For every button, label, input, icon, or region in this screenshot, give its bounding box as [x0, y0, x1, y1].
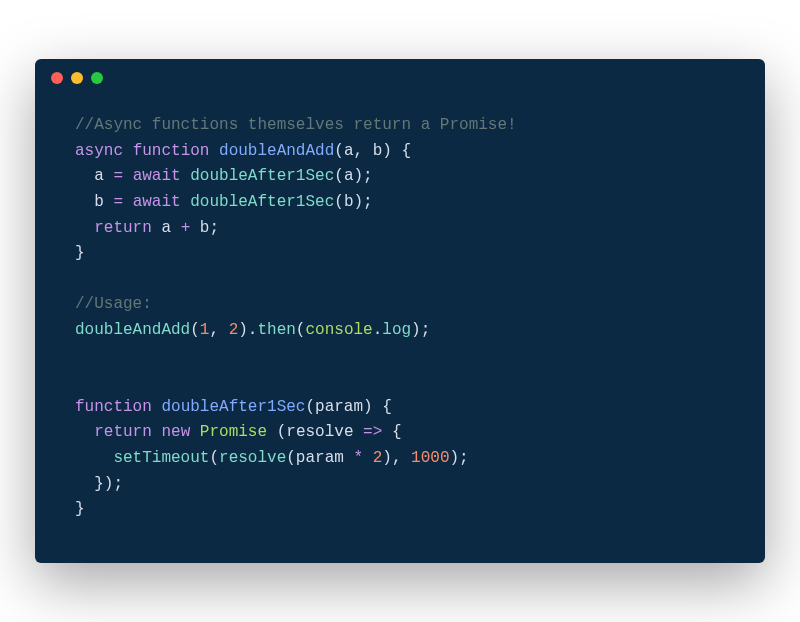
code-token [190, 423, 200, 441]
code-token: 2 [229, 321, 239, 339]
code-token: resolve [286, 423, 363, 441]
code-token [363, 449, 373, 467]
code-line [75, 369, 725, 395]
code-line: a = await doubleAfter1Sec(a); [75, 164, 725, 190]
code-token: resolve [219, 449, 286, 467]
code-line: }); [75, 472, 725, 498]
code-token [152, 398, 162, 416]
code-line: } [75, 497, 725, 523]
code-token [181, 167, 191, 185]
code-token: 1 [200, 321, 210, 339]
code-line: //Async functions themselves return a Pr… [75, 113, 725, 139]
code-token: async [75, 142, 123, 160]
code-token: } [75, 244, 85, 262]
code-token: ) { [382, 142, 411, 160]
code-token: ); [411, 321, 430, 339]
code-token [123, 193, 133, 211]
code-token: return [94, 219, 152, 237]
code-line: async function doubleAndAdd(a, b) { [75, 139, 725, 165]
code-token [75, 449, 113, 467]
code-token: function [133, 142, 210, 160]
code-token: , [353, 142, 372, 160]
code-token [75, 423, 94, 441]
code-token: b [190, 219, 209, 237]
code-token: //Usage: [75, 295, 152, 313]
code-token: log [382, 321, 411, 339]
code-line: return a + b; [75, 216, 725, 242]
code-token: ); [354, 193, 373, 211]
code-token: param [296, 449, 354, 467]
code-token: ); [450, 449, 469, 467]
minimize-icon[interactable] [71, 72, 83, 84]
code-token [181, 193, 191, 211]
code-token: b [344, 193, 354, 211]
code-token: ( [286, 449, 296, 467]
code-token: ( [277, 423, 287, 441]
code-line: //Usage: [75, 292, 725, 318]
code-token [209, 142, 219, 160]
code-window: //Async functions themselves return a Pr… [35, 59, 765, 563]
code-line: setTimeout(resolve(param * 2), 1000); [75, 446, 725, 472]
code-token: ), [382, 449, 411, 467]
code-token: doubleAndAdd [219, 142, 334, 160]
code-token: //Async functions themselves return a Pr… [75, 116, 517, 134]
code-token: 2 [373, 449, 383, 467]
code-token [75, 475, 94, 493]
code-token: ( [334, 193, 344, 211]
code-token [123, 142, 133, 160]
code-token: await [133, 193, 181, 211]
code-token: ( [305, 398, 315, 416]
code-token: await [133, 167, 181, 185]
code-token [267, 423, 277, 441]
code-token: Promise [200, 423, 267, 441]
code-token: = [113, 167, 123, 185]
code-token: doubleAfter1Sec [161, 398, 305, 416]
window-titlebar [35, 59, 765, 97]
code-token: then [257, 321, 295, 339]
code-token: function [75, 398, 152, 416]
code-line [75, 267, 725, 293]
code-token: param [315, 398, 363, 416]
code-token: return [94, 423, 152, 441]
code-token: . [373, 321, 383, 339]
code-token: b [373, 142, 383, 160]
code-token: + [181, 219, 191, 237]
code-line: b = await doubleAfter1Sec(b); [75, 190, 725, 216]
code-token: { [382, 423, 401, 441]
code-token: ) { [363, 398, 392, 416]
code-token: 1000 [411, 449, 449, 467]
code-token [152, 423, 162, 441]
code-token: ). [238, 321, 257, 339]
code-token: => [363, 423, 382, 441]
code-line: return new Promise (resolve => { [75, 420, 725, 446]
code-token: }); [94, 475, 123, 493]
code-token [75, 219, 94, 237]
code-line: doubleAndAdd(1, 2).then(console.log); [75, 318, 725, 344]
code-token: ( [190, 321, 200, 339]
code-token: setTimeout [113, 449, 209, 467]
code-token: doubleAndAdd [75, 321, 190, 339]
code-token: = [113, 193, 123, 211]
code-line [75, 344, 725, 370]
code-token: b [75, 193, 113, 211]
code-token: ( [209, 449, 219, 467]
code-token: } [75, 500, 85, 518]
code-token: , [209, 321, 228, 339]
code-token: a [152, 219, 181, 237]
code-token: ( [334, 167, 344, 185]
code-token: a [75, 167, 113, 185]
code-block: //Async functions themselves return a Pr… [35, 97, 765, 563]
code-token: ; [209, 219, 219, 237]
code-token: a [344, 167, 354, 185]
code-token: ); [354, 167, 373, 185]
code-line: function doubleAfter1Sec(param) { [75, 395, 725, 421]
code-token [123, 167, 133, 185]
close-icon[interactable] [51, 72, 63, 84]
code-token: console [305, 321, 372, 339]
code-token: * [353, 449, 363, 467]
code-token: doubleAfter1Sec [190, 193, 334, 211]
code-line: } [75, 241, 725, 267]
code-token: ( [334, 142, 344, 160]
maximize-icon[interactable] [91, 72, 103, 84]
code-token: new [161, 423, 190, 441]
